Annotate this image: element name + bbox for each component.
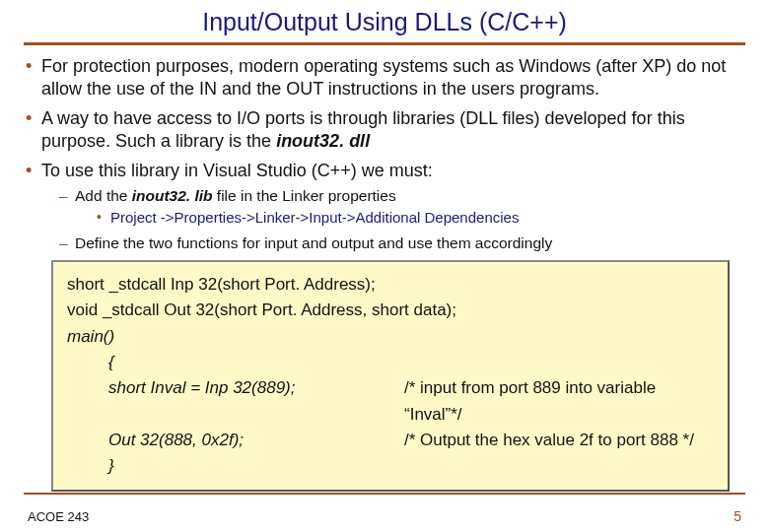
slide: Input/Output Using DLLs (C/C++) For prot… (0, 0, 769, 532)
code-l5b: /* input from port 889 into variable “In… (404, 375, 714, 428)
code-main: main() (67, 327, 114, 346)
sub-add-c: file in the Linker properties (213, 187, 396, 204)
code-line-7: } (67, 453, 714, 479)
code-line-5: short Inval = Inp 32(889); /* input from… (67, 375, 714, 428)
code-l6a: Out 32(888, 0x2f); (67, 428, 404, 453)
slide-number: 5 (734, 508, 741, 524)
sub-define: Define the two functions for input and o… (59, 233, 745, 252)
bullet-library: A way to have access to I/O ports is thr… (24, 107, 745, 152)
code-line-6: Out 32(888, 0x2f); /* Output the hex val… (67, 428, 714, 453)
code-line-4: { (67, 350, 714, 375)
code-line-3: main() (67, 324, 714, 350)
code-line-1: short _stdcall Inp 32(short Port. Addres… (67, 272, 714, 298)
code-line-2: void _stdcall Out 32(short Port. Address… (67, 298, 714, 323)
dll-name: inout32. dll (276, 131, 370, 151)
code-l5a: short Inval = Inp 32(889); (67, 375, 404, 428)
code-l6b: /* Output the hex value 2f to port 888 *… (404, 428, 714, 453)
sub-add-a: Add the (75, 187, 132, 204)
lib-name: inout32. lib (132, 187, 213, 204)
title-rule (24, 42, 745, 45)
footer-left: ACOE 243 (28, 509, 89, 524)
slide-title: Input/Output Using DLLs (C/C++) (24, 8, 745, 36)
subsub-path: Project ->Properties->Linker->Input->Add… (97, 209, 745, 228)
bullet-use: To use this library in Visual Studio (C+… (24, 160, 745, 252)
bullet-use-text: To use this library in Visual Studio (C+… (41, 161, 433, 180)
bullet-protection: For protection purposes, modern operatin… (24, 55, 745, 100)
footer-rule (24, 493, 745, 495)
main-list: For protection purposes, modern operatin… (24, 55, 745, 252)
sub-add-lib: Add the inout32. lib file in the Linker … (59, 186, 745, 228)
subsub-list: Project ->Properties->Linker->Input->Add… (97, 209, 745, 228)
code-box: short _stdcall Inp 32(short Port. Addres… (51, 260, 730, 492)
sub-list: Add the inout32. lib file in the Linker … (59, 186, 745, 253)
